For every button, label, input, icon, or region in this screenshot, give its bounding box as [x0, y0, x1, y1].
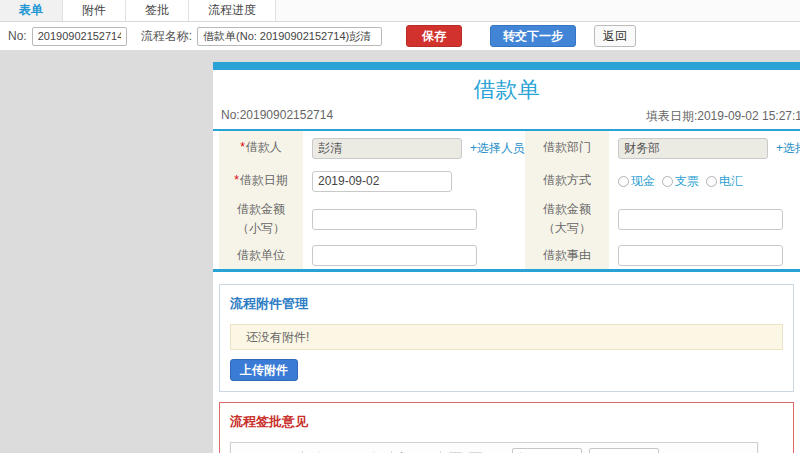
form-no-text: No:20190902152714 [221, 108, 333, 125]
page-title: 借款单 [213, 77, 800, 103]
no-attachment-message: 还没有附件! [230, 324, 783, 350]
department-label: 借款部门 [525, 131, 609, 165]
required-mark: * [234, 173, 239, 187]
borrow-date-label: *借款日期 [219, 165, 303, 197]
choose-department-link[interactable]: +选择部门 [776, 140, 800, 157]
form-meta: No:20190902152714 填表日期:2019-09-02 15:27:… [213, 106, 800, 129]
rich-text-editor[interactable]: B I abc 123 [230, 442, 758, 453]
borrow-date-input[interactable] [312, 171, 452, 192]
flow-name-label: 流程名称: [141, 28, 192, 45]
upload-attachment-button[interactable]: 上传附件 [230, 359, 298, 381]
save-button[interactable]: 保存 [406, 25, 462, 47]
radio-cash[interactable]: 现金 [618, 173, 655, 190]
reason-input[interactable] [618, 245, 783, 266]
form-grid: *借款人 +选择人员 借款部门 +选择部门 *借款日期 [213, 131, 800, 272]
action-bar: No: 流程名称: 保存 转交下一步 返回 [0, 22, 800, 50]
radio-icon[interactable] [618, 176, 629, 187]
style-dropdown[interactable]: 样式 ▼ [512, 448, 582, 453]
required-mark: * [240, 140, 245, 154]
method-label: 借款方式 [525, 165, 609, 197]
amount-big-label: 借款金额（大写） [525, 197, 609, 241]
amount-small-input[interactable] [312, 209, 477, 230]
tab-attachments[interactable]: 附件 [63, 0, 126, 21]
back-button[interactable]: 返回 [594, 25, 636, 47]
radio-wire[interactable]: 电汇 [706, 173, 743, 190]
panel-accent-bar [213, 62, 800, 70]
radio-icon[interactable] [706, 176, 717, 187]
format-dropdown[interactable]: 格式 ▼ [589, 448, 659, 453]
no-label: No: [8, 29, 27, 43]
borrow-method-options: 现金 支票 电汇 [618, 173, 750, 190]
tab-bar: 表单 附件 签批 流程进度 [0, 0, 800, 22]
no-input[interactable] [32, 27, 127, 46]
approval-heading: 流程签批意见 [230, 413, 783, 431]
department-input [618, 138, 768, 159]
next-step-button[interactable]: 转交下一步 [490, 25, 576, 47]
form-panel: 借款单 No:20190902152714 填表日期:2019-09-02 15… [213, 62, 800, 453]
amount-small-label: 借款金额（小写） [219, 197, 303, 241]
unit-input[interactable] [312, 245, 477, 266]
radio-cheque[interactable]: 支票 [662, 173, 699, 190]
approval-section: 流程签批意见 B I abc [219, 402, 794, 453]
radio-icon[interactable] [662, 176, 673, 187]
editor-toolbar: B I abc 123 [231, 443, 757, 453]
attachment-section: 流程附件管理 还没有附件! 上传附件 [219, 284, 794, 392]
flow-name-input[interactable] [197, 27, 382, 46]
top-toolbar: 表单 附件 签批 流程进度 No: 流程名称: 保存 转交下一步 返回 [0, 0, 800, 50]
borrower-label: *借款人 [219, 131, 303, 165]
choose-person-link[interactable]: +选择人员 [470, 140, 525, 157]
amount-big-input[interactable] [618, 209, 783, 230]
tab-approval[interactable]: 签批 [126, 0, 189, 21]
tab-progress[interactable]: 流程进度 [189, 0, 276, 21]
unit-label: 借款单位 [219, 241, 303, 269]
attachment-heading: 流程附件管理 [230, 295, 783, 313]
borrower-input [312, 138, 462, 159]
reason-label: 借款事由 [525, 241, 609, 269]
form-date-text: 填表日期:2019-09-02 15:27:1 [646, 108, 800, 125]
tab-form[interactable]: 表单 [0, 0, 63, 21]
